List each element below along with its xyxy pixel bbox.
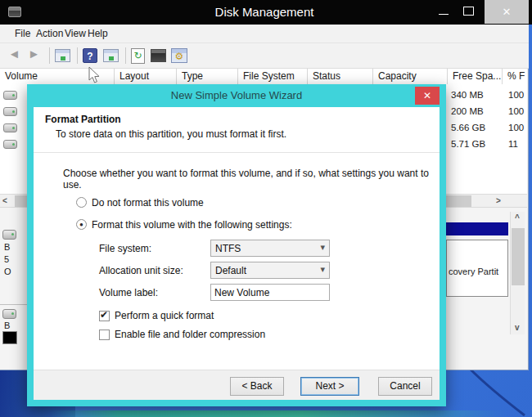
disk-icon <box>3 140 17 149</box>
quick-format-label[interactable]: Perform a quick format <box>115 310 214 321</box>
show-hide-pane-icon[interactable] <box>103 49 119 62</box>
toolbar-separator <box>77 47 78 64</box>
volume-list-header: Volume Layout Type File System Status Ca… <box>0 69 527 84</box>
allocation-unit-size-label: Allocation unit size: <box>99 265 183 276</box>
cancel-button[interactable]: Cancel <box>378 377 432 396</box>
disk-info-fragment: O <box>4 267 11 276</box>
column-pct-free[interactable]: % F <box>503 69 527 84</box>
file-system-select[interactable]: NTFS ▾ <box>210 240 330 257</box>
partition-label: covery Partit <box>449 267 498 276</box>
menu-action[interactable]: Action <box>36 28 63 39</box>
recovery-partition-block[interactable]: covery Partit <box>446 240 508 297</box>
row-free-space[interactable]: 5.66 GB <box>451 123 500 132</box>
row-pct-free[interactable]: 11 <box>508 139 527 149</box>
disk-info-fragment: B <box>4 321 10 330</box>
minimize-button[interactable] <box>436 7 451 18</box>
scrollbar-thumb[interactable] <box>512 228 525 285</box>
compression-checkbox[interactable] <box>99 330 110 340</box>
radio-do-not-format-label[interactable]: Do not format this volume <box>92 197 204 208</box>
column-free-space[interactable]: Free Spa... <box>448 69 503 84</box>
step-title: Format Partition <box>45 114 121 125</box>
menu-help[interactable]: Help <box>88 28 108 39</box>
console-tree-icon[interactable] <box>55 49 70 62</box>
row-pct-free[interactable]: 100 <box>508 123 527 132</box>
minimize-icon <box>439 14 449 15</box>
disk-icon <box>3 123 17 132</box>
column-capacity[interactable]: Capacity <box>373 69 448 84</box>
radio-format-with-settings[interactable]: ● <box>76 219 87 230</box>
mouse-cursor <box>88 66 100 84</box>
unallocated-partition-block[interactable] <box>2 331 17 344</box>
scroll-up-icon[interactable]: ^ <box>515 213 520 222</box>
column-type[interactable]: Type <box>177 69 238 84</box>
new-simple-volume-wizard-dialog: New Simple Volume Wizard ✕ Format Partit… <box>27 84 446 406</box>
dialog-footer: < Back Next > Cancel <box>34 370 440 400</box>
menu-file[interactable]: File <box>15 28 30 39</box>
volume-label-input[interactable] <box>210 284 330 301</box>
column-status[interactable]: Status <box>308 69 373 84</box>
refresh-icon[interactable]: ↻ <box>131 48 145 64</box>
compression-label[interactable]: Enable file and folder compression <box>115 329 265 340</box>
menu-view[interactable]: View <box>65 28 86 39</box>
dialog-close-button[interactable]: ✕ <box>415 87 440 105</box>
help-icon[interactable]: ? <box>83 48 97 63</box>
close-button[interactable]: ✕ <box>485 0 529 24</box>
scroll-left-icon[interactable]: < <box>2 196 7 205</box>
radio-format-with-settings-label[interactable]: Format this volume with the following se… <box>92 219 292 231</box>
toolbar-separator <box>49 47 50 64</box>
chevron-down-icon: ▾ <box>320 242 325 253</box>
file-system-label: File system: <box>99 243 151 254</box>
toolbar: ◄ ► ? ↻ ⚙ <box>0 43 529 69</box>
scroll-down-icon[interactable]: v <box>515 323 520 332</box>
dialog-content: Format Partition To store data on this p… <box>34 107 440 400</box>
settings-gear-icon[interactable]: ⚙ <box>171 48 187 63</box>
title-bar[interactable]: Disk Management ✕ <box>0 0 532 25</box>
row-free-space[interactable]: 5.71 GB <box>451 139 500 149</box>
maximize-button[interactable] <box>463 7 474 16</box>
menu-bar: File Action View Help <box>0 25 529 43</box>
disk-icon <box>3 107 17 116</box>
row-pct-free[interactable]: 100 <box>508 90 527 100</box>
forward-icon[interactable]: ► <box>28 47 40 61</box>
next-button[interactable]: Next > <box>300 377 359 396</box>
quick-format-checkbox[interactable]: ✔ <box>99 311 110 321</box>
disk-icon <box>2 309 16 319</box>
column-layout[interactable]: Layout <box>115 69 177 84</box>
vertical-scrollbar[interactable]: ^ v <box>510 212 525 334</box>
back-icon[interactable]: ◄ <box>8 47 20 61</box>
back-button[interactable]: < Back <box>230 377 284 396</box>
partition-color-bar <box>446 222 508 235</box>
scroll-right-icon[interactable]: > <box>496 196 501 205</box>
wizard-step-header: Format Partition To store data on this p… <box>34 107 440 153</box>
toolbar-separator <box>125 47 126 64</box>
allocation-unit-size-select[interactable]: Default ▾ <box>210 262 330 279</box>
disk-info-fragment: 5 <box>4 254 9 264</box>
dialog-title: New Simple Volume Wizard <box>27 89 446 101</box>
instruction-text: Choose whether you want to format this v… <box>63 168 440 191</box>
disk-icon <box>2 230 16 240</box>
radio-do-not-format[interactable] <box>76 197 87 208</box>
row-pct-free[interactable]: 100 <box>508 106 527 116</box>
disk-properties-icon[interactable] <box>151 49 166 62</box>
disk-icon <box>3 91 17 100</box>
row-free-space[interactable]: 200 MB <box>451 106 500 116</box>
desktop-wallpaper-curve <box>446 366 532 417</box>
column-file-system[interactable]: File System <box>238 69 308 84</box>
disk-row-divider <box>0 304 28 305</box>
disk-info-fragment: B <box>4 242 10 252</box>
volume-label-label: Volume label: <box>99 287 158 298</box>
desktop-wallpaper-teal-line <box>49 410 507 417</box>
chevron-down-icon: ▾ <box>320 264 325 275</box>
row-free-space[interactable]: 340 MB <box>451 90 500 100</box>
step-subtitle: To store data on this partition, you mus… <box>56 128 286 140</box>
